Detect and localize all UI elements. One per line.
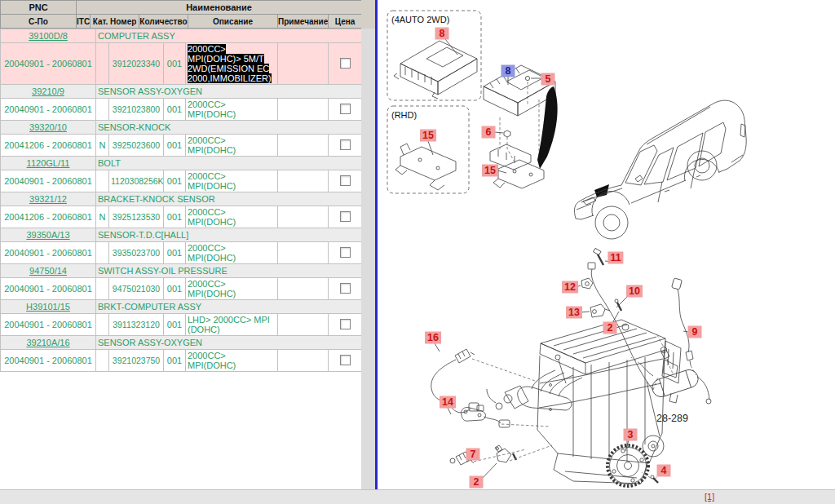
column-header-desc: Описание xyxy=(188,15,278,29)
row-checkbox[interactable] xyxy=(340,355,351,365)
ecu-4auto-drawing xyxy=(394,39,477,99)
callout-2[interactable]: 2 xyxy=(603,322,617,334)
callout-4[interactable]: 4 xyxy=(657,465,671,477)
part-row: 20040901 - 2006080194750210300012000CC> … xyxy=(1,278,362,300)
selected-description: 2000CC> MPI(DOHC)> 5M/T 2WD(EMISSION EC … xyxy=(188,44,272,83)
pnc-link[interactable]: 39100D/8 xyxy=(29,31,68,41)
column-header-part: Кат. Номер xyxy=(91,15,139,29)
part-note xyxy=(278,278,329,300)
part-group-name: SENSOR-T.D.C[HALL] xyxy=(96,228,362,242)
row-checkbox[interactable] xyxy=(340,139,351,150)
part-number: 1120308256K xyxy=(109,170,164,192)
part-description: 2000CC> MPI(DOHC) xyxy=(186,278,278,300)
part-itc xyxy=(96,99,109,121)
pnc-link[interactable]: 39210A/16 xyxy=(26,338,69,347)
part-date-range: 20040901 - 20060801 xyxy=(1,350,96,372)
part-date-range: 20041206 - 20060801 xyxy=(1,135,96,157)
row-checkbox[interactable] xyxy=(340,247,351,258)
bracket-mount-drawing xyxy=(490,130,544,188)
pnc-link[interactable]: 39350A/13 xyxy=(26,230,69,240)
callout-8[interactable]: 8 xyxy=(435,28,449,40)
part-row: 20041206 - 20060801N39251235300012000CC>… xyxy=(1,206,362,228)
part-group-name: SENSOR ASSY-OXYGEN xyxy=(96,336,362,350)
parts-catalog-window: PNC Наименование С-По ITC Кат. Номер Кол… xyxy=(0,0,835,504)
part-note xyxy=(278,170,329,192)
diagram-pane: (4AUTO 2WD) (RHD) 28-289 885156151112101… xyxy=(378,0,835,489)
callout-8[interactable]: 8 xyxy=(501,65,515,77)
pnc-link[interactable]: 94750/14 xyxy=(29,266,67,276)
callout-16[interactable]: 16 xyxy=(425,332,441,344)
parts-table: 39100D/8COMPUTER ASSY20040901 - 20060801… xyxy=(0,29,362,372)
column-header-note: Примечание xyxy=(278,15,329,29)
part-price-cell xyxy=(329,206,362,228)
part-itc: N xyxy=(96,135,109,157)
part-description: 2000CC> MPI(DOHC) xyxy=(186,242,278,264)
row-checkbox[interactable] xyxy=(340,283,351,294)
part-group-name: BRACKET-KNOCK SENSOR xyxy=(96,192,362,206)
part-date-range: 20040901 - 20060801 xyxy=(1,314,96,336)
part-group-header-row: 39210A/16SENSOR ASSY-OXYGEN xyxy=(1,336,362,350)
callout-10[interactable]: 10 xyxy=(626,285,643,298)
part-description: 2000CC> MPI(DOHC) xyxy=(186,99,278,121)
part-number: 3935023700 xyxy=(109,242,164,264)
part-itc xyxy=(96,242,109,264)
part-price-cell xyxy=(329,242,362,264)
part-quantity: 001 xyxy=(164,242,186,264)
row-checkbox[interactable] xyxy=(340,58,351,69)
part-date-range: 20040901 - 20060801 xyxy=(1,170,96,192)
row-checkbox[interactable] xyxy=(340,104,351,114)
part-price-cell xyxy=(329,135,362,157)
part-number: 3921023800 xyxy=(109,99,164,121)
pnc-link[interactable]: 1120GL/11 xyxy=(27,158,70,168)
part-group-name: COMPUTER ASSY xyxy=(96,29,362,43)
part-description: LHD> 2000CC> MPI (DOHC) xyxy=(186,314,278,336)
pnc-link[interactable]: 39321/12 xyxy=(29,194,67,204)
part-quantity: 001 xyxy=(164,350,186,372)
callout-7[interactable]: 7 xyxy=(466,449,480,461)
crank-sensor-2-drawing xyxy=(481,445,552,480)
page-link[interactable]: [1] xyxy=(705,492,714,502)
callout-5[interactable]: 5 xyxy=(541,73,555,86)
part-itc xyxy=(96,278,109,300)
callout-2[interactable]: 2 xyxy=(470,476,484,489)
part-note xyxy=(278,206,329,228)
part-date-range: 20041206 - 20060801 xyxy=(1,206,96,228)
part-number: 3921023750 xyxy=(109,350,164,372)
part-row: 20040901 - 2006080139120233400012000CC> … xyxy=(1,43,362,85)
bracket-rhd-drawing xyxy=(395,141,456,190)
part-row: 20040901 - 200608011120308256K0012000CC>… xyxy=(1,170,362,192)
pnc-link[interactable]: H39101/15 xyxy=(26,302,70,312)
part-quantity: 001 xyxy=(164,99,186,121)
part-itc: N xyxy=(96,206,109,228)
part-itc xyxy=(96,314,109,336)
row-checkbox[interactable] xyxy=(340,211,351,222)
column-header-cpo: С-По xyxy=(1,15,77,29)
part-itc xyxy=(96,43,109,85)
pnc-link[interactable]: 39210/9 xyxy=(32,86,64,96)
callout-3[interactable]: 3 xyxy=(624,429,638,441)
part-number: 3911323120 xyxy=(109,314,164,336)
part-group-header-row: 39100D/8COMPUTER ASSY xyxy=(1,29,362,43)
callout-6[interactable]: 6 xyxy=(482,126,496,139)
part-note xyxy=(278,43,329,85)
callout-15[interactable]: 15 xyxy=(420,130,436,142)
column-header-qty: Количество xyxy=(139,15,188,29)
part-quantity: 001 xyxy=(164,206,186,228)
part-group-header-row: 39350A/13SENSOR-T.D.C[HALL] xyxy=(1,228,362,242)
callout-13[interactable]: 13 xyxy=(566,307,582,319)
part-note xyxy=(278,135,329,157)
part-number: 3912023340 xyxy=(109,43,164,85)
part-date-range: 20040901 - 20060801 xyxy=(1,242,96,264)
callout-11[interactable]: 11 xyxy=(607,252,623,264)
row-checkbox[interactable] xyxy=(340,319,351,329)
part-row: 20041206 - 20060801N39250236000012000CC>… xyxy=(1,135,362,157)
mid-sensors-drawing xyxy=(577,248,696,390)
row-checkbox[interactable] xyxy=(340,175,351,186)
callout-14[interactable]: 14 xyxy=(440,396,456,409)
callout-15[interactable]: 15 xyxy=(482,165,498,177)
pnc-link[interactable]: 39320/10 xyxy=(29,122,67,132)
part-description: 2000CC> MPI(DOHC) xyxy=(186,350,278,372)
callout-12[interactable]: 12 xyxy=(562,281,578,294)
callout-9[interactable]: 9 xyxy=(688,326,702,338)
part-description: 2000CC> MPI(DOHC) xyxy=(186,206,278,228)
